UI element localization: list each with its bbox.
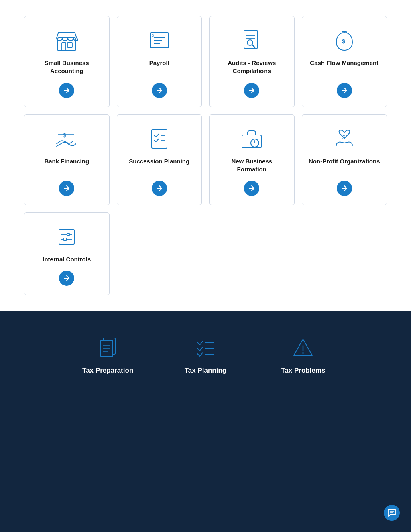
cards-row-2: $ Bank Financing — [24, 114, 387, 206]
chat-bubble-button[interactable] — [384, 505, 400, 521]
arrow-button-new-business-formation[interactable] — [244, 181, 259, 196]
arrow-button-internal-controls[interactable] — [59, 271, 74, 286]
card-small-business-accounting: Small Business Accounting — [24, 16, 110, 107]
arrow-button-bank-financing[interactable] — [59, 181, 74, 196]
card-title-internal-controls: Internal Controls — [43, 255, 91, 263]
arrow-button-small-business-accounting[interactable] — [59, 83, 74, 98]
cards-row-3: Internal Controls — [24, 212, 387, 295]
card-internal-controls: Internal Controls — [24, 212, 110, 295]
hand-money-icon: $ — [54, 126, 79, 152]
card-title-non-profit-organizations: Non-Profit Organizations — [309, 157, 380, 165]
svg-line-12 — [252, 45, 255, 47]
cards-row-1: Small Business Accounting $ Payroll — [24, 16, 387, 107]
arrow-button-cash-flow-management[interactable] — [337, 83, 352, 98]
money-bag-icon: $ — [332, 28, 357, 53]
card-title-new-business-formation: New Business Formation — [216, 157, 288, 174]
card-title-payroll: Payroll — [149, 59, 169, 67]
svg-point-42 — [302, 352, 304, 354]
checklist-icon — [146, 126, 172, 152]
briefcase-clock-icon — [239, 126, 265, 152]
card-title-audits-reviews-compilations: Audits - Reviews Compilations — [216, 59, 288, 75]
card-title-small-business-accounting: Small Business Accounting — [31, 59, 103, 75]
card-audits-reviews-compilations: Audits - Reviews Compilations — [209, 16, 295, 107]
card-title-bank-financing: Bank Financing — [44, 157, 89, 165]
tax-section: Tax Preparation Tax Planning — [0, 311, 411, 532]
svg-rect-27 — [67, 233, 69, 236]
card-succession-planning: Succession Planning — [117, 114, 202, 206]
tax-item-problems: Tax Problems — [260, 335, 346, 375]
tax-item-planning: Tax Planning — [163, 335, 248, 375]
warning-icon — [291, 335, 315, 359]
documents-icon — [96, 335, 120, 359]
document-search-icon — [239, 28, 265, 53]
sliders-icon — [54, 224, 79, 250]
payroll-icon: $ — [146, 28, 172, 53]
card-new-business-formation: New Business Formation — [209, 114, 295, 206]
checklist-lines-icon — [193, 335, 218, 359]
svg-text:$: $ — [63, 132, 66, 139]
svg-rect-30 — [64, 238, 66, 241]
svg-rect-1 — [62, 43, 66, 51]
svg-rect-16 — [152, 130, 167, 148]
svg-rect-25 — [59, 230, 74, 244]
tax-title-planning: Tax Planning — [185, 367, 227, 375]
tax-title-preparation: Tax Preparation — [82, 367, 133, 375]
store-icon — [54, 28, 79, 53]
tax-grid: Tax Preparation Tax Planning — [65, 335, 346, 375]
arrow-button-audits-reviews-compilations[interactable] — [244, 83, 259, 98]
svg-text:$: $ — [152, 33, 154, 37]
card-payroll: $ Payroll — [117, 16, 202, 107]
hands-money-icon: $ — [332, 126, 357, 152]
tax-title-problems: Tax Problems — [281, 367, 325, 375]
svg-rect-2 — [67, 43, 72, 47]
card-non-profit-organizations: $ Non-Profit Organizations — [302, 114, 387, 206]
arrow-button-payroll[interactable] — [152, 83, 167, 98]
card-bank-financing: $ Bank Financing — [24, 114, 110, 206]
card-title-cash-flow-management: Cash Flow Management — [310, 59, 378, 67]
card-cash-flow-management: $ Cash Flow Management — [302, 16, 387, 107]
arrow-button-non-profit-organizations[interactable] — [337, 181, 352, 196]
svg-text:$: $ — [342, 38, 345, 45]
arrow-button-succession-planning[interactable] — [152, 181, 167, 196]
card-title-succession-planning: Succession Planning — [129, 157, 189, 165]
tax-item-preparation: Tax Preparation — [65, 335, 151, 375]
